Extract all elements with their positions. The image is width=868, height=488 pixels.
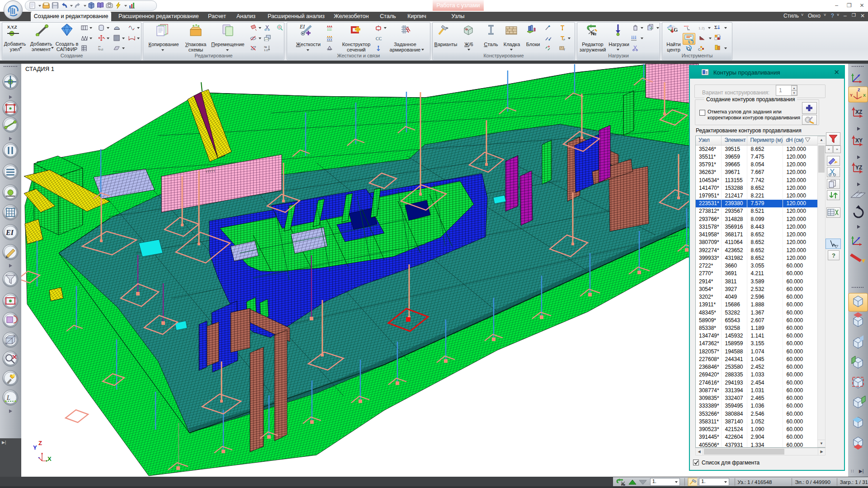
- svg-text:Z: Z: [858, 88, 860, 92]
- svg-text:№: №: [591, 31, 596, 36]
- svg-text:YZ: YZ: [855, 164, 862, 171]
- svg-text:P: P: [563, 38, 565, 41]
- svg-text:f(x,y): f(x,y): [98, 48, 103, 51]
- svg-text:Y: Y: [850, 93, 853, 98]
- svg-text:XZ: XZ: [855, 109, 862, 115]
- svg-text:№: №: [264, 46, 267, 48]
- svg-text:L: L: [6, 394, 10, 401]
- svg-text:Z: Z: [38, 440, 42, 446]
- svg-text:X,Y,Z: X,Y,Z: [7, 25, 17, 29]
- svg-text:CC: CC: [376, 36, 382, 41]
- svg-text:ƒ: ƒ: [564, 47, 566, 51]
- svg-text:X: X: [863, 93, 866, 98]
- svg-text:∷: ∷: [851, 469, 854, 474]
- svg-text:X: X: [47, 455, 52, 462]
- svg-text:▶|: ▶|: [859, 469, 863, 474]
- svg-text:EI: EI: [5, 229, 14, 236]
- svg-text:1.2): 1.2): [698, 26, 705, 30]
- svg-text:EI: EI: [299, 23, 305, 30]
- svg-text:Y: Y: [33, 444, 37, 451]
- svg-text:Σ: Σ: [714, 24, 717, 30]
- svg-text:№: №: [621, 483, 625, 486]
- svg-text:XY: XY: [855, 137, 863, 144]
